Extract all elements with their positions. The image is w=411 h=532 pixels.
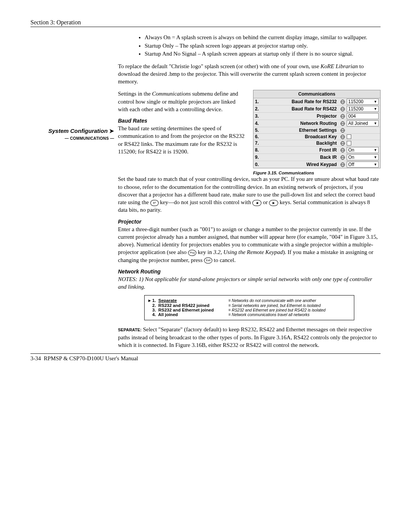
bullet-item: Startup And No Signal – A splash screen … (145, 50, 381, 58)
arrow-right-icon: ➤ (109, 128, 114, 134)
globe-icon (340, 162, 345, 167)
menu-row-label: Backlight (263, 141, 338, 146)
menu-row-label: Wired Keypad (263, 162, 338, 167)
menu-dropdown[interactable]: On▼ (347, 147, 379, 153)
menu-row-label: Projector (263, 113, 338, 119)
globe-icon (340, 147, 345, 153)
menu-dropdown[interactable]: Off▼ (347, 161, 379, 168)
replace-logo-paragraph: To replace the default "Christie logo" s… (118, 62, 381, 86)
routing-desc: = Networks do not communicate with one a… (228, 298, 316, 303)
sidebar-subtitle: — COMMUNICATIONS — (65, 136, 114, 141)
globe-icon (340, 106, 345, 112)
splash-bullets: Always On = A splash screen is always on… (118, 34, 381, 58)
globe-icon (340, 107, 345, 112)
globe-icon (340, 148, 345, 153)
text: Settings in the (118, 91, 152, 97)
text: key in (196, 249, 213, 255)
page-footer: 3-34 RPMSP & CSP70-D100U User's Manual (30, 355, 381, 362)
menu-row-label: Baud Rate for RS232 (263, 99, 338, 104)
menu-dropdown[interactable]: 115200▼ (347, 106, 379, 112)
text: or (261, 199, 269, 205)
manual-title: RPMSP & CSP70-D100U User's Manual (44, 355, 138, 361)
menu-row: 9.Back IROn▼ (253, 154, 380, 161)
globe-icon (340, 134, 345, 139)
separate-para: SEPARATE: Select "Separate" (factory def… (118, 326, 381, 349)
menu-dropdown[interactable]: 115200▼ (347, 99, 379, 105)
routing-option: ▸1. Separate= Networks do not communicat… (148, 298, 350, 303)
routing-desc: = Serial networks are joined, but Ethern… (228, 303, 321, 308)
menu-row-label: Network Routing (263, 121, 338, 126)
globe-icon (340, 162, 345, 167)
menu-row-number: 1. (255, 99, 261, 104)
routing-option: 2. RS232 and RS422 joined= Serial networ… (148, 303, 350, 308)
projector-heading: Projector (118, 219, 381, 225)
communications-menu-figure: Communications 1.Baud Rate for RS2321152… (253, 90, 381, 168)
menu-row-number: 0. (255, 162, 261, 167)
page-number: 3-34 (30, 355, 41, 361)
globe-icon (340, 155, 345, 160)
enter-key-icon: ↵ (150, 200, 159, 206)
globe-icon (340, 99, 345, 104)
menu-row: 4.Network RoutingAll Joined▼ (253, 120, 380, 127)
menu-value[interactable]: 004 (347, 113, 379, 119)
globe-icon (340, 141, 345, 146)
chevron-down-icon: ▼ (374, 100, 377, 104)
chevron-down-icon: ▼ (374, 163, 377, 166)
exit-key-icon: Exit (204, 257, 212, 264)
menu-row-label: Baud Rate for RS422 (263, 106, 338, 112)
separate-label: SEPARATE: (118, 328, 142, 332)
globe-icon (340, 128, 345, 133)
figure-caption: Figure 3.15. Communications (253, 171, 381, 175)
text-italic: Communications (152, 91, 191, 97)
network-routing-figure: ▸1. Separate= Networks do not communicat… (144, 295, 354, 320)
baud-rates-heading: Baud Rates (118, 118, 246, 124)
chevron-down-icon: ▼ (374, 155, 377, 159)
baud-para2: Set the baud rate to match that of your … (118, 175, 381, 214)
menu-row-number: 8. (255, 147, 261, 153)
menu-row-number: 5. (255, 128, 261, 133)
menu-row-number: 7. (255, 141, 261, 146)
globe-icon (340, 121, 345, 126)
right-key-icon: ► (269, 200, 278, 206)
menu-row: 8.Front IROn▼ (253, 147, 380, 154)
menu-dropdown[interactable]: On▼ (347, 154, 379, 160)
menu-row-label: Front IR (263, 147, 338, 153)
globe-icon (340, 141, 345, 146)
text: to cancel. (212, 257, 236, 263)
menu-row: 5.Ethernet Settings (253, 127, 380, 134)
chevron-down-icon: ▼ (374, 121, 377, 125)
chevron-down-icon: ▼ (374, 107, 377, 111)
menu-row-number: 9. (255, 155, 261, 160)
text: To replace the default "Christie logo" s… (118, 63, 320, 69)
routing-desc: = RS232 and Ethernet are joined but RS42… (228, 308, 325, 312)
header-rule (30, 27, 381, 27)
menu-row: 3.Projector004 (253, 113, 380, 120)
menu-row-number: 6. (255, 134, 261, 139)
routing-desc: = Network communications travel all netw… (228, 312, 309, 317)
projector-para: Enter a three-digit number (such as "001… (118, 225, 381, 264)
menu-row: 6.Broadcast Key (253, 134, 380, 140)
bullet-item: Startup Only – The splash screen logo ap… (145, 42, 381, 50)
menu-row: 2.Baud Rate for RS422115200▼ (253, 105, 380, 113)
selection-marker-icon: ▸ (148, 298, 152, 303)
menu-row: 0.Wired KeypadOff▼ (253, 161, 380, 168)
kore-librarian: KoRE Librarian (320, 63, 358, 69)
cross-reference: 3.2, Using the Remote Keypad (213, 249, 283, 255)
left-key-icon: ◄ (252, 200, 261, 206)
menu-row-number: 2. (255, 106, 261, 112)
menu-row: 7.Backlight (253, 140, 380, 147)
menu-dropdown[interactable]: All Joined▼ (347, 120, 379, 126)
routing-option: 4. All joined= Network communications tr… (148, 312, 350, 317)
text: Select "Separate" (factory default) to k… (118, 326, 377, 348)
menu-row-label: Broadcast Key (263, 134, 338, 139)
text: key—do not just scroll this control with (159, 199, 253, 205)
footer-rule (30, 353, 381, 354)
globe-icon (340, 114, 345, 119)
menu-checkbox[interactable] (347, 141, 351, 145)
globe-icon (340, 128, 345, 133)
proj-key-icon: Proj (188, 250, 196, 256)
chevron-down-icon: ▼ (374, 148, 377, 152)
menu-row: 1.Baud Rate for RS232115200▼ (253, 98, 380, 105)
baud-para1: The baud rate setting determines the spe… (118, 125, 246, 155)
menu-checkbox[interactable] (347, 134, 351, 139)
